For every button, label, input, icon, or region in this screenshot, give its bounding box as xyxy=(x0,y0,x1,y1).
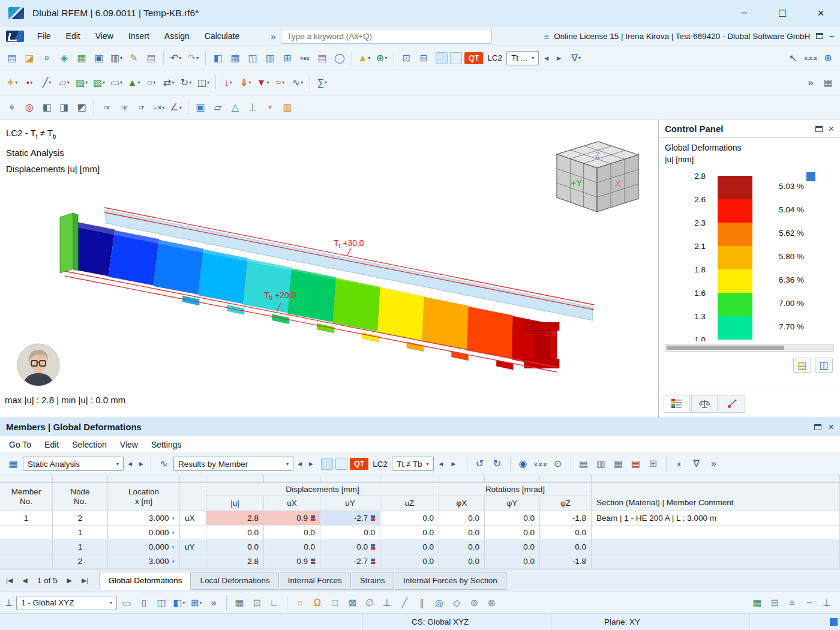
graphic-printout-button[interactable]: ▦ xyxy=(73,50,90,67)
cell-node-no[interactable]: 2 xyxy=(53,554,108,569)
snap-center-button[interactable]: ◎ xyxy=(431,595,448,611)
cell-node-no[interactable]: 2 xyxy=(53,511,108,526)
zoom-window-button[interactable]: ◎ xyxy=(21,99,38,116)
coordinate-system-combo[interactable]: 1 - Global XYZ▾ xyxy=(16,596,117,610)
cell-direction[interactable] xyxy=(180,554,206,569)
minimize-button[interactable]: − xyxy=(725,0,763,26)
cell-value-uY[interactable]: 0.0 xyxy=(320,540,380,554)
plane-xz-button[interactable]: ◫ xyxy=(153,595,170,611)
filter-table-button[interactable]: ∇ xyxy=(688,455,705,472)
result-diagram-button[interactable]: ⊟ xyxy=(415,50,432,67)
cell-value-u[interactable]: 2.8 xyxy=(206,554,264,569)
new-surface-button[interactable]: ▨▾ xyxy=(73,74,90,91)
menu-calculate[interactable]: Calculate xyxy=(197,28,247,44)
grid-display-button[interactable]: ▦ xyxy=(820,74,836,91)
cell-node-no[interactable]: 1 xyxy=(53,526,108,540)
cell-value-Y[interactable]: 0.0 xyxy=(485,554,540,569)
previous-analysis-button[interactable]: ◀ xyxy=(125,457,135,470)
table-compact-button[interactable]: ▤ xyxy=(575,455,592,472)
case-name-combo[interactable]: Tt ≠ Tb▾ xyxy=(392,457,433,471)
results-mode-combo[interactable]: Results by Member▾ xyxy=(173,457,293,471)
cell-value-uX[interactable]: 0.0 xyxy=(264,526,320,540)
menu-view[interactable]: View xyxy=(88,28,121,44)
mesh-button[interactable]: # xyxy=(262,99,278,116)
more-planes-button[interactable]: » xyxy=(205,595,222,611)
cell-section[interactable] xyxy=(592,526,840,540)
view-isometric-button[interactable]: ◧ xyxy=(38,99,55,116)
dashed-box-button[interactable]: ⊟ xyxy=(766,595,783,611)
project-x-button[interactable]: ↕x xyxy=(98,99,115,116)
cell-member-no[interactable] xyxy=(0,554,53,569)
keyword-search[interactable] xyxy=(281,29,492,44)
close-icon[interactable]: × xyxy=(829,124,834,134)
toolbar-overflow-icon[interactable]: » xyxy=(271,31,275,41)
tables-panel-button[interactable]: ▦ xyxy=(227,50,244,67)
cell-value-Z[interactable]: 0.0 xyxy=(540,526,592,540)
new-solid-button[interactable]: ▧▾ xyxy=(91,74,107,91)
cell-value-uY[interactable]: -2.7 xyxy=(320,554,380,569)
previous-page-button[interactable]: ◀ xyxy=(20,574,29,587)
new-hinge-button[interactable]: ○▾ xyxy=(143,74,160,91)
members-menu-selection[interactable]: Selection xyxy=(65,437,113,452)
cell-value-uZ[interactable]: 0.0 xyxy=(380,554,439,569)
cell-section[interactable]: Beam | 1 - HE 200 A | L : 3.000 m xyxy=(592,511,840,526)
regenerate-button[interactable]: ⊕▾ xyxy=(373,50,390,67)
cell-direction[interactable] xyxy=(180,526,206,540)
location-options-icon[interactable]: ▾ xyxy=(172,515,175,521)
last-page-button[interactable]: ▶| xyxy=(79,574,91,587)
snap-intersection-button[interactable]: ⊠ xyxy=(344,595,361,611)
cell-value-Y[interactable]: 0.0 xyxy=(485,540,540,554)
snap-perpendicular-button[interactable]: ⊥ xyxy=(379,595,395,611)
project-y-button[interactable]: ↕y xyxy=(115,99,132,116)
area-load-button[interactable]: ▼▾ xyxy=(254,74,271,91)
cell-value-X[interactable]: 0.0 xyxy=(439,526,485,540)
view-side-button[interactable]: ◩ xyxy=(73,99,90,116)
menu-file[interactable]: File xyxy=(30,28,58,44)
cell-value-Z[interactable]: 0.0 xyxy=(540,540,592,554)
grid-options-button[interactable]: ⊞▾ xyxy=(188,595,205,611)
render-mode-button[interactable]: ◈ xyxy=(56,50,73,67)
result-tab-internal-forces-by-section[interactable]: Internal Forces by Section xyxy=(395,572,506,590)
sections-panel-button[interactable]: ⊞ xyxy=(279,50,296,67)
previous-case-button[interactable]: ◀ xyxy=(436,457,446,470)
menu-assign[interactable]: Assign xyxy=(157,28,197,44)
view-plan-button[interactable]: ◨ xyxy=(56,99,73,116)
snap-nearest-button[interactable]: ⊚ xyxy=(466,595,482,611)
panel-display-button[interactable]: ◫ xyxy=(815,358,833,373)
cell-value-uX[interactable]: 0.9 xyxy=(264,554,320,569)
filter-members-button[interactable]: ⊙ xyxy=(550,455,566,472)
plane-xy-button[interactable]: ▭ xyxy=(118,595,135,611)
table-columns-button[interactable]: ▥ xyxy=(593,455,610,472)
cell-location[interactable]: 3.000▾ xyxy=(108,511,180,526)
export-excel-button[interactable]: X xyxy=(671,455,688,472)
qt-badge[interactable]: QT xyxy=(350,458,368,470)
plane-yz-button[interactable]: ▯ xyxy=(136,595,152,611)
cell-member-no[interactable] xyxy=(0,526,53,540)
cell-value-uY[interactable]: 0.0 xyxy=(320,526,380,540)
select-special-button[interactable]: ✶▾ xyxy=(4,74,20,91)
filter-results-button[interactable]: ∇▾ xyxy=(568,50,584,67)
project-view-button[interactable]: ↔x▾ xyxy=(150,99,167,116)
close-button[interactable]: × xyxy=(802,0,840,26)
result-tab-local-deformations[interactable]: Local Deformations xyxy=(191,572,278,590)
print-button[interactable]: ▥▾ xyxy=(108,50,125,67)
result-values-button[interactable]: ⊡ xyxy=(398,50,415,67)
cell-value-u[interactable]: 2.8 xyxy=(206,511,264,526)
panoramic-view-button[interactable]: ◯ xyxy=(331,50,348,67)
result-type-button[interactable]: ∿ xyxy=(155,455,172,472)
new-opening-button[interactable]: ▭▾ xyxy=(108,74,125,91)
factors-tab[interactable] xyxy=(691,395,718,413)
cell-value-X[interactable]: 0.0 xyxy=(439,554,485,569)
result-display-chip-2[interactable] xyxy=(450,52,462,64)
cell-location[interactable]: 0.000▾ xyxy=(108,526,180,540)
float-panel-icon[interactable] xyxy=(814,424,821,430)
global-settings-button[interactable]: ⊕ xyxy=(820,50,836,67)
maximize-button[interactable]: □ xyxy=(763,0,802,26)
visibility-button[interactable]: ⊥ xyxy=(244,99,261,116)
probe-tab[interactable] xyxy=(719,395,745,413)
pan-view-button[interactable]: ⌖ xyxy=(4,99,20,116)
location-options-icon[interactable]: ▾ xyxy=(172,544,175,550)
more-table-button[interactable]: » xyxy=(706,455,722,472)
result-display-chip-1[interactable] xyxy=(436,52,448,64)
result-display-chip-1[interactable] xyxy=(321,458,333,470)
